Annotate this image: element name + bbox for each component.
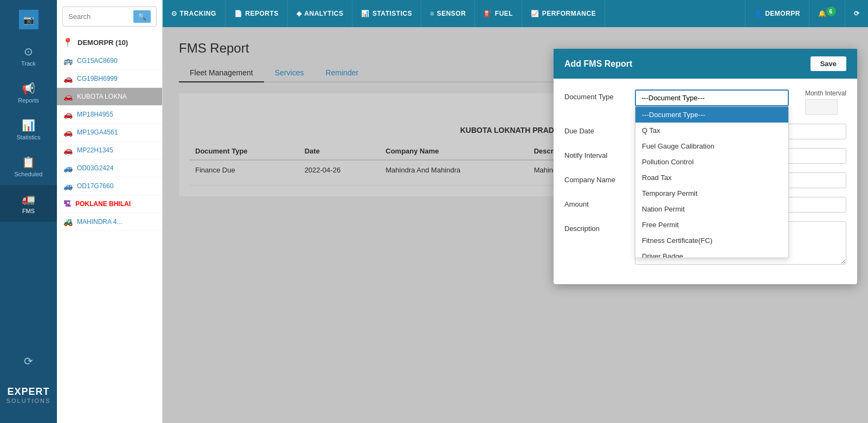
nav-label: SENSOR [437,10,466,17]
nav-label: ANALYTICS [304,10,343,17]
dropdown-item-nation-permit[interactable]: Nation Permit [635,201,788,217]
modal-body: Document Type ---Document Type--- Q Tax … [554,79,857,284]
group-label: DEMORPR (10) [78,39,128,47]
dropdown-item-free-permit[interactable]: Free Permit [635,217,788,233]
brand-section: EXPERT SOLUTIONS [1,378,56,412]
truck-icon: 🚌 [63,56,73,65]
location-icon: 📍 [62,37,73,48]
vehicle-item-selected[interactable]: 🚗 KUBOTA LOKNA [57,88,162,106]
reports-icon: 📢 [22,82,35,95]
heavy-icon: 🏗 [63,200,71,208]
vehicle-item[interactable]: 🚗 CG19BH6999 [57,70,162,88]
month-interval-input[interactable] [805,99,838,115]
vehicle-label: MP18H4955 [77,111,113,118]
nav-label: STATISTICS [372,10,412,17]
signout-icon: ⟳ [854,10,860,17]
tracking-icon: ⊙ [171,10,177,17]
label-notify-interval: Notify Interval [564,148,624,159]
sidebar-item-label: Track [21,60,36,67]
modal-overlay: Add FMS Report Save Document Type ---Doc… [163,27,868,423]
dropdown-item-driver-badge[interactable]: Driver Badge [635,248,788,258]
vehicle-label: KUBOTA LOKNA [77,93,127,100]
fms-icon: 🚛 [22,193,35,206]
fuel-icon: ⛽ [484,10,492,17]
sidebar-item-track[interactable]: ⊙ Track [0,37,57,74]
dropdown-item-road-tax[interactable]: Road Tax [635,170,788,185]
user-label: DEMORPR [765,10,800,17]
nav-label: FUEL [495,10,513,17]
label-due-date: Due Date [564,124,624,135]
modal-save-button[interactable]: Save [811,56,846,71]
search-button[interactable]: 🔍 [133,10,151,23]
scheduled-icon: 📋 [22,156,35,169]
statistics-icon: 📊 [361,10,370,17]
nav-label: TRACKING [180,10,216,17]
content-area: FMS Report Fleet Management Services Rem… [163,27,868,423]
nav-item-analytics[interactable]: ◆ ANALYTICS [288,0,353,27]
dropdown-item-placeholder[interactable]: ---Document Type--- [635,107,788,123]
car-icon: 🚙 [63,164,73,172]
sidebar-item-label: Reports [18,97,39,104]
vehicle-label: MAHINDRA 4... [77,218,122,226]
car-icon: 🚗 [63,146,73,155]
vehicle-label: OD03G2424 [77,164,113,172]
sidebar-item-label: Scheduled [15,171,43,177]
nav-item-notifications[interactable]: 🔔 6 [809,0,845,27]
dropdown-item-fuel-calibration[interactable]: Fuel Gauge Calibration [635,138,788,154]
vehicle-label: CG15AC8690 [77,57,118,65]
sidebar-item-label: FMS [22,208,35,214]
nav-label: PERFORMANCE [542,10,596,17]
form-row-document-type: Document Type ---Document Type--- Q Tax … [564,89,846,115]
nav-item-tracking[interactable]: ⊙ TRACKING [163,0,226,27]
top-nav: ⊙ TRACKING 📄 REPORTS ◆ ANALYTICS 📊 STATI… [163,0,868,27]
nav-item-reports[interactable]: 📄 REPORTS [226,0,288,27]
analytics-icon: ◆ [297,10,302,17]
vehicle-item[interactable]: 🚗 MP18H4955 [57,106,162,124]
sidebar-item-fms[interactable]: 🚛 FMS [0,185,57,222]
group-header: 📍 DEMORPR (10) [57,33,162,52]
nav-item-signout[interactable]: ⟳ [845,0,869,27]
vehicle-item[interactable]: 🚙 OD17G7660 [57,177,162,195]
nav-item-performance[interactable]: 📈 PERFORMANCE [522,0,605,27]
car-icon: 🚗 [63,74,73,83]
car-icon: 🚗 [63,128,73,137]
sidebar-item-reports[interactable]: 📢 Reports [0,74,57,111]
document-type-dropdown: ---Document Type--- Q Tax Fuel Gauge Cal… [635,106,789,258]
vehicle-label: MP19GA4561 [77,129,118,136]
vehicle-item[interactable]: 🚗 MP22H1345 [57,142,162,159]
sidebar-bottom: ⟳ EXPERT SOLUTIONS [0,347,57,423]
track-icon: ⊙ [24,45,33,58]
car-icon: 🚙 [63,182,73,190]
sidebar-item-scheduled[interactable]: 📋 Scheduled [0,148,57,185]
label-description: Description [564,221,624,233]
dropdown-item-pollution-control[interactable]: Pollution Control [635,154,788,170]
dropdown-item-temporary-permit[interactable]: Temporary Permit [635,185,788,201]
reports-icon: 📄 [234,10,243,17]
vehicle-item[interactable]: 🚗 MP19GA4561 [57,124,162,142]
modal-title: Add FMS Report [564,59,632,69]
nav-item-statistics[interactable]: 📊 STATISTICS [352,0,421,27]
top-nav-right: 👤 DEMORPR 🔔 6 ⟳ [745,0,868,27]
brand-line2: SOLUTIONS [7,398,51,404]
vehicle-item-alert[interactable]: 🏗 POKLANE BHILAI [57,195,162,213]
sidebar-item-statistics[interactable]: 📊 Statistics [0,111,57,148]
label-company-name: Company Name [564,172,624,184]
document-type-select[interactable]: ---Document Type--- Q Tax Fuel Gauge Cal… [635,89,789,106]
vehicle-label: MP22H1345 [77,146,113,154]
search-input[interactable] [68,12,131,21]
month-interval-block: Month Interval [800,89,846,115]
dropdown-item-fitness-cert[interactable]: Fitness Certificate(FC) [635,233,788,248]
vehicle-item[interactable]: 🚌 CG15AC8690 [57,52,162,70]
vehicle-item[interactable]: 🚙 OD03G2424 [57,159,162,177]
nav-item-fuel[interactable]: ⛽ FUEL [475,0,522,27]
main-area: ⊙ TRACKING 📄 REPORTS ◆ ANALYTICS 📊 STATI… [163,0,868,423]
dropdown-item-qtax[interactable]: Q Tax [635,123,788,138]
sidebar-item-logout[interactable]: ⟳ [0,347,57,375]
second-sidebar: 🔍 📍 DEMORPR (10) 🚌 CG15AC8690 🚗 CG19BH69… [57,0,163,423]
select-wrapper: ---Document Type--- Q Tax Fuel Gauge Cal… [635,89,789,106]
vehicle-item[interactable]: 🚜 MAHINDRA 4... [57,213,162,231]
vehicle-label: POKLANE BHILAI [75,200,131,208]
nav-label: REPORTS [245,10,279,17]
nav-item-sensor[interactable]: ≡ SENSOR [421,0,475,27]
nav-item-user[interactable]: 👤 DEMORPR [745,0,809,27]
